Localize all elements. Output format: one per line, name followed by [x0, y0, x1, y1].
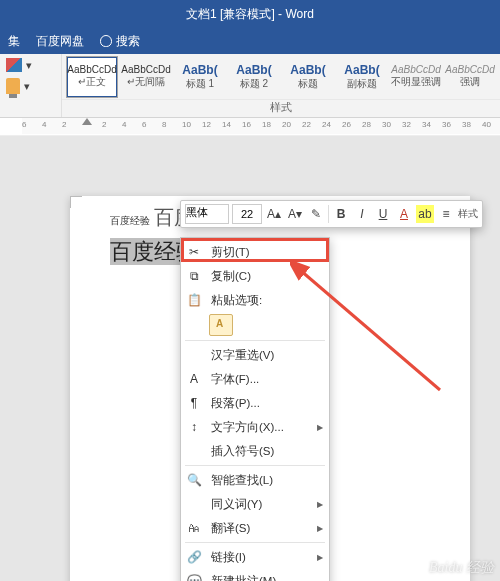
search-label: 搜索 [116, 33, 140, 50]
title-bar: 文档1 [兼容模式] - Word [0, 0, 500, 28]
style-heading2[interactable]: AaBb(标题 2 [228, 56, 280, 98]
menu-cut[interactable]: ✂剪切(T) [181, 240, 329, 264]
indent-marker-icon[interactable] [82, 118, 92, 125]
paragraph-icon: ¶ [185, 394, 203, 412]
style-subtitle[interactable]: AaBb(副标题 [336, 56, 388, 98]
style-emphasis[interactable]: AaBbCcDd强调 [444, 56, 496, 98]
menu-paragraph[interactable]: ¶段落(P)... [181, 391, 329, 415]
menu-text-direction[interactable]: ↕文字方向(X)... [181, 415, 329, 439]
tab-collect[interactable]: 集 [8, 33, 20, 50]
style-nospacing[interactable]: AaBbCcDd↵无间隔 [120, 56, 172, 98]
paste-keep-source-button[interactable] [209, 314, 233, 336]
italic-button[interactable]: I [353, 205, 371, 223]
comment-icon: 💬 [185, 572, 203, 581]
mini-toolbar: 黑体 22 A▴ A▾ ✎ B I U A ab ≡ 样式 [180, 200, 483, 228]
copy-icon: ⧉ [185, 267, 203, 285]
align-button[interactable]: ≡ [437, 205, 455, 223]
grow-font-button[interactable]: A▴ [265, 205, 283, 223]
context-menu: ✂剪切(T) ⧉复制(C) 📋粘贴选项: 汉字重选(V) A字体(F)... ¶… [180, 237, 330, 581]
font-size-box[interactable]: 22 [232, 204, 262, 224]
menu-bar: 集 百度网盘 搜索 [0, 28, 500, 54]
menu-paste-options: 📋粘贴选项: [181, 288, 329, 312]
text-direction-icon: ↕ [185, 418, 203, 436]
menu-hanzi-reselect[interactable]: 汉字重选(V) [181, 343, 329, 367]
link-icon: 🔗 [185, 548, 203, 566]
search-box[interactable]: 搜索 [100, 33, 140, 50]
menu-insert-symbol[interactable]: 插入符号(S) [181, 439, 329, 463]
tab-baidu-netdisk[interactable]: 百度网盘 [36, 33, 84, 50]
menu-font[interactable]: A字体(F)... [181, 367, 329, 391]
font-color-icon [6, 58, 22, 72]
search-icon: 🔍 [185, 471, 203, 489]
format-painter[interactable]: ▾ [6, 78, 55, 94]
font-color-split[interactable]: ▾ [6, 58, 55, 72]
translate-icon: 🗛 [185, 519, 203, 537]
menu-smart-lookup[interactable]: 🔍智能查找(L) [181, 468, 329, 492]
menu-synonyms[interactable]: 同义词(Y) [181, 492, 329, 516]
menu-new-comment[interactable]: 💬新建批注(M) [181, 569, 329, 581]
style-heading1[interactable]: AaBb(标题 1 [174, 56, 226, 98]
scissors-icon: ✂ [185, 243, 203, 261]
mini-styles-button[interactable]: 样式 [458, 207, 478, 221]
ribbon: ▾ ▾ AaBbCcDd↵正文 AaBbCcDd↵无间隔 AaBb(标题 1 A… [0, 54, 500, 118]
highlight-button[interactable]: ab [416, 205, 434, 223]
bulb-icon [100, 35, 112, 47]
margin-corner-icon [70, 196, 82, 208]
watermark: Baidu 经验 [429, 559, 494, 577]
format-painter-mini[interactable]: ✎ [307, 205, 325, 223]
font-name-box[interactable]: 黑体 [185, 204, 229, 224]
styles-group-label: 样式 [62, 99, 500, 117]
menu-translate[interactable]: 🗛翻译(S) [181, 516, 329, 540]
brush-icon [6, 78, 20, 94]
style-title[interactable]: AaBb(标题 [282, 56, 334, 98]
style-normal[interactable]: AaBbCcDd↵正文 [66, 56, 118, 98]
font-icon: A [185, 370, 203, 388]
paste-icon: 📋 [185, 291, 203, 309]
underline-button[interactable]: U [374, 205, 392, 223]
font-color-button[interactable]: A [395, 205, 413, 223]
horizontal-ruler[interactable]: 642246810121416182022242628303234363840 [22, 118, 500, 134]
menu-copy[interactable]: ⧉复制(C) [181, 264, 329, 288]
shrink-font-button[interactable]: A▾ [286, 205, 304, 223]
styles-gallery: AaBbCcDd↵正文 AaBbCcDd↵无间隔 AaBb(标题 1 AaBb(… [62, 54, 500, 117]
menu-link[interactable]: 🔗链接(I) [181, 545, 329, 569]
ruler-area: 642246810121416182022242628303234363840 [0, 118, 500, 136]
bold-button[interactable]: B [332, 205, 350, 223]
style-subtle-emph[interactable]: AaBbCcDd不明显强调 [390, 56, 442, 98]
ribbon-clipboard-group: ▾ ▾ [0, 54, 62, 117]
